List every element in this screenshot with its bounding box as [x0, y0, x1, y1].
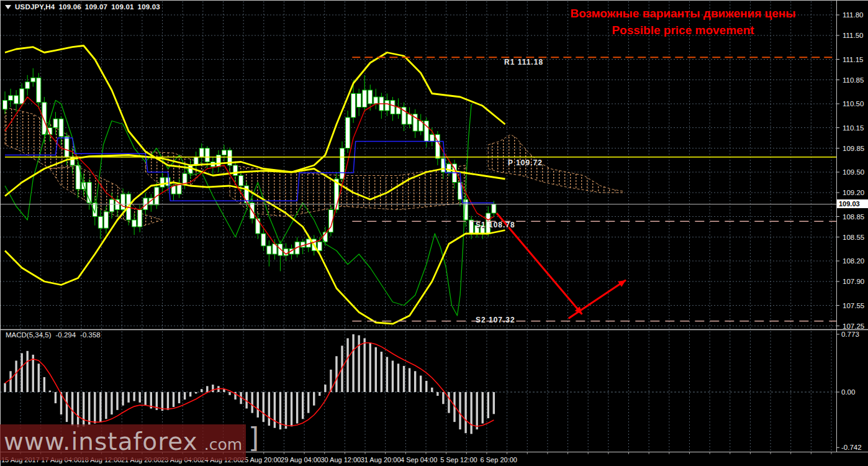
- macd-main-value: -0.294: [56, 331, 76, 339]
- price-tick-label: 111.80: [843, 11, 863, 19]
- symbol-label: USDJPY,H4: [15, 3, 55, 11]
- price-tick-label: 109.50: [843, 168, 864, 176]
- pivot-s1-label: S1 108.78: [476, 221, 515, 229]
- pivot-s2-label: S2 107.32: [476, 316, 515, 324]
- macd-signal-value: -0.358: [80, 331, 101, 339]
- price-tick-label: 110.85: [843, 76, 864, 84]
- macd-tick-label: 0.773: [841, 331, 859, 338]
- price-tick-label: 108.20: [843, 257, 864, 265]
- price-tick-label: 107.25: [843, 322, 864, 330]
- price-tick-label: 109.20: [843, 189, 864, 196]
- symbol-quote-bar: USDJPY,H4109.06109.07109.01109.03: [5, 3, 164, 11]
- annotation-line-en: Possible price movement: [534, 22, 832, 39]
- price-tick-label: 107.55: [843, 302, 864, 309]
- forecast-annotation: Возможные варианты движения цены Possibl…: [534, 5, 832, 39]
- price-tick-label: 107.90: [843, 278, 864, 285]
- chart-plot[interactable]: 111.80111.50111.15110.85110.50110.15109.…: [0, 0, 868, 466]
- pivot-p-label: P 109.72: [508, 158, 543, 167]
- quote-high: 109.07: [85, 3, 107, 11]
- price-tick-label: 111.50: [843, 32, 863, 39]
- chevron-down-icon: [5, 5, 11, 9]
- band-upper-line: [5, 46, 505, 176]
- trading-chart-window: 111.80111.50111.15110.85110.50110.15109.…: [0, 0, 868, 466]
- quote-open: 109.06: [58, 3, 81, 11]
- price-axis[interactable]: 111.80111.50111.15110.85110.50110.15109.…: [836, 11, 864, 451]
- quote-close: 109.03: [138, 3, 160, 11]
- macd-histogram: [4, 334, 495, 434]
- quote-low: 109.01: [111, 3, 133, 11]
- instaforex-watermark: [www.instaforex.com]: [0, 424, 246, 460]
- price-tick-label: 111.15: [843, 56, 863, 63]
- current-price-tag: 109.03: [837, 199, 868, 208]
- macd-tick-label: -0.742: [841, 444, 862, 451]
- price-tick-label: 108.55: [843, 234, 864, 241]
- price-tick-label: 108.85: [843, 213, 864, 221]
- macd-name: MACD(5,34,5): [6, 331, 52, 339]
- price-tick-label: 109.85: [843, 145, 864, 152]
- time-tick-label: 4 Sep 04:00: [400, 456, 437, 464]
- pivot-r1-label: R1 111.18: [504, 58, 543, 66]
- annotation-line-ru: Возможные варианты движения цены: [534, 5, 832, 22]
- time-tick-label: 5 Sep 12:00: [440, 456, 477, 464]
- macd-tick-label: 0.00: [841, 388, 855, 396]
- forecast-arrow: [497, 213, 626, 318]
- time-tick-label: 31 Aug 20:00: [361, 456, 401, 464]
- watermark-suffix: .com: [204, 436, 242, 454]
- pane-separators: [0, 0, 868, 466]
- price-tick-label: 110.15: [843, 124, 864, 132]
- time-tick-label: 30 Aug 12:00: [320, 456, 361, 464]
- watermark-bracket-right: ]: [248, 422, 259, 454]
- price-tick-label: 110.50: [843, 100, 864, 107]
- time-tick-label: 6 Sep 20:00: [481, 456, 517, 464]
- macd-indicator-label: MACD(5,34,5)-0.294-0.358: [6, 331, 105, 339]
- time-tick-label: 29 Aug 04:00: [281, 456, 321, 464]
- watermark-text: www.instaforex: [4, 427, 198, 455]
- time-tick-label: 25 Aug 20:00: [241, 456, 281, 464]
